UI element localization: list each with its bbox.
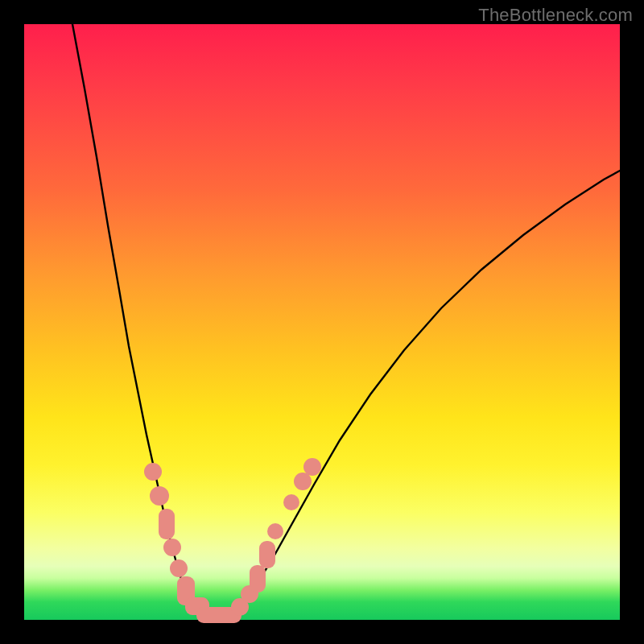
data-marker	[163, 539, 181, 556]
chart-frame: TheBottleneck.com	[0, 0, 644, 644]
data-marker	[150, 486, 169, 506]
data-marker	[294, 473, 312, 490]
data-marker	[170, 559, 188, 577]
data-marker	[159, 509, 175, 539]
data-marker	[144, 463, 162, 481]
data-marker	[303, 458, 321, 476]
data-marker	[267, 523, 283, 539]
chart-overlay	[24, 24, 620, 620]
data-markers	[144, 458, 321, 623]
curve-left	[72, 24, 204, 616]
watermark-text: TheBottleneck.com	[478, 5, 633, 26]
data-marker	[259, 541, 275, 568]
data-marker	[250, 565, 266, 592]
data-marker	[283, 494, 299, 510]
curve-right	[232, 171, 620, 616]
